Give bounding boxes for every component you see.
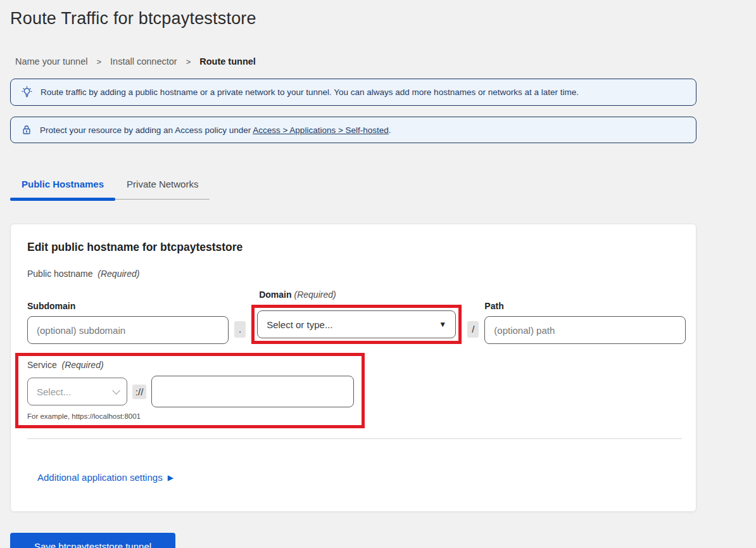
dropdown-arrow-icon: ▼ [439, 320, 446, 329]
domain-field-group: Domain(Required) Select or type... ▼ [251, 290, 462, 344]
breadcrumb-separator: > [96, 57, 101, 67]
breadcrumb-name-your-tunnel[interactable]: Name your tunnel [15, 56, 87, 67]
chevron-down-icon [112, 386, 120, 395]
breadcrumb-install-connector[interactable]: Install connector [110, 56, 177, 67]
hostname-network-tabs: Public Hostnames Private Networks [10, 179, 210, 200]
domain-label: Domain(Required) [259, 290, 462, 300]
breadcrumb-separator: > [186, 57, 191, 67]
service-type-select[interactable]: Select... [27, 378, 127, 405]
expand-arrow-icon: ▶ [168, 473, 173, 482]
card-heading: Edit public hostname for btcpayteststore [27, 241, 679, 254]
dot-separator: . [234, 321, 246, 338]
breadcrumb-route-tunnel: Route tunnel [199, 56, 256, 67]
required-label: (Required) [98, 269, 139, 279]
additional-settings-label: Additional application settings [37, 472, 163, 483]
subdomain-field-group: Subdomain [27, 301, 229, 344]
breadcrumb: Name your tunnel > Install connector > R… [15, 56, 756, 67]
tab-private-networks[interactable]: Private Networks [115, 179, 210, 199]
access-applications-link[interactable]: Access > Applications > Self-hosted [253, 125, 389, 135]
public-hostname-caption: Public hostname (Required) [27, 269, 679, 279]
domain-required-label: (Required) [294, 290, 336, 300]
lock-icon [21, 124, 32, 136]
page-title: Route Traffic for btcpayteststore [10, 9, 756, 29]
route-traffic-info-banner: Route traffic by adding a public hostnam… [10, 79, 696, 106]
path-input[interactable] [484, 316, 686, 344]
tab-public-hostnames[interactable]: Public Hostnames [10, 179, 115, 199]
domain-select[interactable]: Select or type... ▼ [257, 310, 456, 338]
section-divider [27, 438, 682, 439]
path-label: Path [484, 301, 686, 311]
path-field-group: Path [484, 301, 686, 344]
service-type-value: Select... [37, 386, 71, 397]
service-url-input[interactable] [151, 376, 354, 407]
service-required-label: (Required) [61, 360, 103, 370]
route-traffic-info-text: Route traffic by adding a public hostnam… [41, 87, 579, 97]
access-policy-banner: Protect your resource by adding an Acces… [10, 117, 696, 143]
hostname-form-row: Subdomain . Domain(Required) Select or t… [27, 290, 679, 344]
additional-settings-toggle[interactable]: Additional application settings ▶ [37, 472, 173, 483]
service-controls: Select... :// [27, 376, 354, 407]
scheme-separator: :// [132, 385, 147, 399]
subdomain-input[interactable] [27, 316, 229, 344]
service-example-text: For example, https://localhost:8001 [27, 412, 354, 420]
domain-select-value: Select or type... [267, 319, 332, 330]
save-tunnel-button[interactable]: Save btcpayteststore tunnel [10, 533, 175, 548]
lightbulb-icon [21, 86, 33, 98]
access-policy-text: Protect your resource by adding an Acces… [40, 125, 391, 135]
domain-annotation-box: Select or type... ▼ [251, 305, 462, 344]
service-annotation-box: Service (Required) Select... :// For exa… [15, 353, 365, 428]
subdomain-label: Subdomain [27, 301, 229, 311]
slash-separator: / [467, 321, 479, 338]
edit-public-hostname-card: Edit public hostname for btcpayteststore… [10, 224, 696, 512]
service-label: Service (Required) [27, 360, 354, 370]
